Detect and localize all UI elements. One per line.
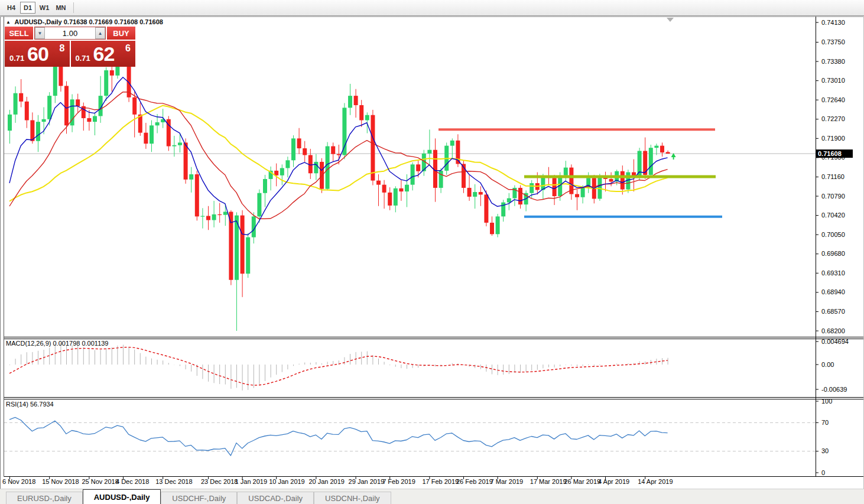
buy-price-button[interactable]: 0.71 62 6 bbox=[71, 41, 136, 67]
date-axis-tick: 1 Jan 2019 bbox=[235, 478, 267, 485]
macd-axis-tick: 0.00 bbox=[821, 361, 834, 368]
price-axis-tick: 0.68570 bbox=[821, 308, 845, 315]
price-axis-tick: 0.68200 bbox=[821, 327, 845, 334]
buy-price-big: 62 bbox=[93, 43, 115, 66]
macd-values: 0.001798 0.001139 bbox=[53, 340, 108, 347]
price-axis-tick: 0.73750 bbox=[821, 38, 845, 45]
date-axis-tick: 23 Dec 2018 bbox=[201, 478, 238, 485]
price-axis-tick: 0.72270 bbox=[821, 115, 845, 122]
date-axis-tick: 26 Mar 2019 bbox=[564, 478, 600, 485]
rsi-value: 56.7934 bbox=[30, 401, 54, 408]
rsi-label: RSI(14) 56.7934 bbox=[6, 401, 54, 408]
tab-audusd[interactable]: AUDUSD-,Daily bbox=[83, 489, 161, 504]
macd-label: MACD(12,26,9) 0.001798 0.001139 bbox=[6, 340, 108, 347]
tab-usdchf[interactable]: USDCHF-,Daily bbox=[161, 492, 237, 504]
date-axis-tick: 17 Mar 2019 bbox=[530, 478, 567, 485]
sell-price-button[interactable]: 0.71 60 8 bbox=[5, 41, 70, 67]
date-axis-tick: 13 Dec 2018 bbox=[155, 478, 192, 485]
price-axis-tick: 0.69680 bbox=[821, 250, 845, 257]
price-axis-tick: 0.73380 bbox=[821, 58, 845, 65]
rsi-axis-tick: 70 bbox=[821, 419, 829, 426]
macd-axis-tick: -0.00639 bbox=[821, 386, 847, 393]
macd-axis-tick: 0.004694 bbox=[821, 338, 849, 345]
sell-price-pip: 8 bbox=[60, 43, 65, 54]
tab-usdcad[interactable]: USDCAD-,Daily bbox=[237, 492, 314, 504]
buy-price-pip: 6 bbox=[125, 43, 131, 54]
one-click-trading-panel: SELL ▼ 1.00 ▲ BUY 0.71 60 8 0.71 62 6 bbox=[5, 27, 135, 67]
price-axis-tick: 0.71160 bbox=[821, 173, 844, 180]
buy-price-prefix: 0.71 bbox=[76, 54, 90, 63]
price-axis-tick: 0.70790 bbox=[821, 193, 845, 200]
current-price-tag: 0.71608 bbox=[816, 149, 853, 158]
price-axis-tick: 0.70420 bbox=[821, 212, 845, 219]
sell-price-prefix: 0.71 bbox=[9, 54, 24, 63]
buy-button[interactable]: BUY bbox=[107, 27, 135, 40]
date-axis-tick: 7 Mar 2019 bbox=[491, 478, 524, 485]
price-axis-tick: 0.69310 bbox=[821, 269, 845, 277]
date-axis-tick: 10 Jan 2019 bbox=[269, 478, 305, 485]
date-axis-tick: 4 Dec 2018 bbox=[116, 478, 149, 485]
tab-usdcnh[interactable]: USDCNH-,Daily bbox=[314, 492, 391, 504]
date-axis-tick: 6 Nov 2018 bbox=[2, 478, 35, 485]
date-axis-tick: 25 Nov 2018 bbox=[82, 478, 118, 485]
price-axis-tick: 0.70050 bbox=[821, 231, 845, 238]
rsi-axis-tick: 0 bbox=[821, 469, 825, 476]
date-axis-tick: 4 Apr 2019 bbox=[598, 478, 629, 485]
date-axis-tick: 15 Nov 2018 bbox=[42, 478, 79, 485]
volume-input[interactable]: 1.00 bbox=[45, 27, 95, 39]
date-axis-tick: 20 Jan 2019 bbox=[308, 478, 345, 485]
price-axis-tick: 0.73010 bbox=[821, 77, 845, 84]
date-axis-tick: 14 Apr 2019 bbox=[638, 478, 673, 485]
chart-ohlc-values: 0.71638 0.71669 0.71608 0.71608 bbox=[64, 18, 163, 25]
symbol-marker-icon: ▲ bbox=[6, 19, 11, 25]
rsi-axis-tick: 30 bbox=[821, 447, 829, 454]
price-axis-tick: 0.72640 bbox=[821, 96, 845, 103]
chart-symbol-label: AUDUSD-,Daily bbox=[15, 18, 62, 25]
rsi-axis-tick: 100 bbox=[821, 398, 832, 405]
price-axis-tick: 0.68940 bbox=[821, 288, 845, 295]
sell-price-big: 60 bbox=[27, 43, 48, 66]
volume-decrease-button[interactable]: ▼ bbox=[35, 27, 45, 39]
price-axis-tick: 0.71900 bbox=[821, 135, 845, 142]
price-axis-tick: 0.74130 bbox=[821, 19, 845, 26]
chart-canvas[interactable] bbox=[0, 0, 864, 504]
date-axis-tick: 17 Feb 2019 bbox=[422, 478, 459, 485]
chart-shift-marker-icon bbox=[667, 18, 674, 22]
trading-platform-window: H4D1W1MN ▲ AUDUSD-,Daily 0.71638 0.71669… bbox=[0, 0, 864, 504]
tab-eurusd[interactable]: EURUSD-,Daily bbox=[6, 492, 83, 504]
volume-spinner: ▼ 1.00 ▲ bbox=[34, 27, 106, 40]
volume-increase-button[interactable]: ▲ bbox=[95, 27, 105, 39]
sell-button[interactable]: SELL bbox=[5, 27, 33, 40]
date-axis-tick: 26 Feb 2019 bbox=[456, 478, 493, 485]
symbol-tab-bar: EURUSD-,DailyAUDUSD-,DailyUSDCHF-,DailyU… bbox=[0, 489, 864, 504]
date-axis-tick: 29 Jan 2019 bbox=[349, 478, 385, 485]
chart-title: ▲ AUDUSD-,Daily 0.71638 0.71669 0.71608 … bbox=[6, 18, 163, 25]
date-axis-tick: 7 Feb 2019 bbox=[382, 478, 415, 485]
